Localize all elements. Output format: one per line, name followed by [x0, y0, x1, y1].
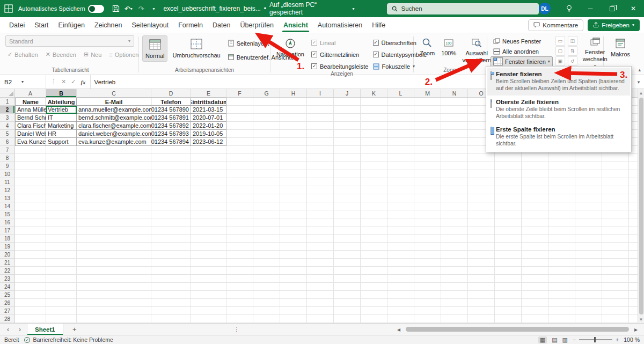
save-status[interactable]: Auf „diesem PC“ gespeichert: [269, 1, 349, 16]
cell-F20[interactable]: [226, 251, 253, 259]
cell-F2[interactable]: [226, 106, 253, 114]
cell-J26[interactable]: [334, 299, 361, 307]
cell-F26[interactable]: [226, 299, 253, 307]
column-header-A[interactable]: A: [15, 89, 46, 97]
row-header-22[interactable]: 22: [0, 267, 15, 275]
cell-S22[interactable]: [575, 267, 602, 275]
cell-L18[interactable]: [387, 235, 414, 243]
cell-G27[interactable]: [253, 307, 280, 315]
cell-B25[interactable]: [46, 291, 77, 299]
cell-D14[interactable]: [151, 202, 191, 210]
split-window-button[interactable]: ▭: [555, 36, 565, 46]
scroll-down-icon[interactable]: ▼: [638, 316, 644, 323]
cell-L11[interactable]: [387, 178, 414, 186]
cell-Q13[interactable]: [522, 194, 548, 202]
cell-S27[interactable]: [575, 307, 602, 315]
cell-K25[interactable]: [361, 291, 387, 299]
navigation-button[interactable]: Navigation: [274, 35, 307, 70]
cell-E20[interactable]: [191, 251, 226, 259]
cell-O26[interactable]: [468, 299, 495, 307]
cell-A6[interactable]: Eva Kunze: [15, 138, 46, 146]
cell-B27[interactable]: [46, 307, 77, 315]
cell-O14[interactable]: [468, 202, 495, 210]
cell-F8[interactable]: [226, 154, 253, 162]
cell-T21[interactable]: [602, 259, 629, 267]
cell-N1[interactable]: [441, 98, 468, 106]
cell-K6[interactable]: [361, 138, 387, 146]
zoom-in-icon[interactable]: +: [616, 336, 619, 343]
cell-H4[interactable]: [280, 122, 307, 130]
cell-H12[interactable]: [280, 186, 307, 194]
fenster-fixieren-button[interactable]: Fenster fixieren▾: [491, 56, 553, 67]
cell-M6[interactable]: [414, 138, 441, 146]
cell-D24[interactable]: [151, 283, 191, 291]
cell-D18[interactable]: [151, 235, 191, 243]
cell-R13[interactable]: [548, 194, 575, 202]
cell-C5[interactable]: daniel.weber@example.com: [77, 130, 151, 138]
cell-T13[interactable]: [602, 194, 629, 202]
cell-S14[interactable]: [575, 202, 602, 210]
cell-F14[interactable]: [226, 202, 253, 210]
cell-E24[interactable]: [191, 283, 226, 291]
tab-start[interactable]: Start: [30, 19, 53, 32]
cell-N8[interactable]: [441, 154, 468, 162]
cell-Q25[interactable]: [522, 291, 548, 299]
cell-B19[interactable]: [46, 243, 77, 251]
save-icon[interactable]: [109, 2, 122, 15]
cell-N3[interactable]: [441, 114, 468, 122]
column-header-J[interactable]: J: [334, 89, 361, 97]
cell-S24[interactable]: [575, 283, 602, 291]
bearbeitungsleiste-checkbox[interactable]: ✓Bearbeitungsleiste: [311, 62, 369, 70]
cell-K22[interactable]: [361, 267, 387, 275]
cell-B22[interactable]: [46, 267, 77, 275]
cell-O18[interactable]: [468, 235, 495, 243]
cell-P18[interactable]: [495, 235, 522, 243]
unhide-window-button[interactable]: ▣: [555, 56, 565, 66]
cell-L13[interactable]: [387, 194, 414, 202]
cell-A20[interactable]: [15, 251, 46, 259]
cell-M20[interactable]: [414, 251, 441, 259]
cell-M5[interactable]: [414, 130, 441, 138]
cell-F9[interactable]: [226, 162, 253, 170]
cell-N15[interactable]: [441, 210, 468, 218]
cell-G15[interactable]: [253, 210, 280, 218]
cell-A22[interactable]: [15, 267, 46, 275]
cell-H27[interactable]: [280, 307, 307, 315]
cell-B3[interactable]: IT: [46, 114, 77, 122]
column-header-H[interactable]: H: [280, 89, 307, 97]
cell-Q17[interactable]: [522, 226, 548, 235]
cell-E21[interactable]: [191, 259, 226, 267]
row-header-28[interactable]: 28: [0, 315, 15, 323]
cell-B7[interactable]: [46, 146, 77, 154]
cell-G17[interactable]: [253, 226, 280, 235]
sheetbar-resize-handle[interactable]: ⋮: [229, 326, 244, 333]
minimize-button[interactable]: ─: [580, 0, 601, 17]
cell-P25[interactable]: [495, 291, 522, 299]
cell-D8[interactable]: [151, 154, 191, 162]
cell-K21[interactable]: [361, 259, 387, 267]
cell-I15[interactable]: [307, 210, 334, 218]
cell-J11[interactable]: [334, 178, 361, 186]
cell-C16[interactable]: [77, 218, 151, 226]
document-title[interactable]: excel_ueberschrift_fixieren_beis...: [163, 5, 260, 12]
cell-I13[interactable]: [307, 194, 334, 202]
cell-P19[interactable]: [495, 243, 522, 251]
cell-G24[interactable]: [253, 283, 280, 291]
search-input[interactable]: Suchen: [387, 3, 539, 14]
cell-O9[interactable]: [468, 162, 495, 170]
cell-R8[interactable]: [548, 154, 575, 162]
optionen-button[interactable]: ≡Optionen: [107, 50, 141, 59]
cell-D25[interactable]: [151, 291, 191, 299]
cell-H14[interactable]: [280, 202, 307, 210]
cell-J27[interactable]: [334, 307, 361, 315]
cell-O15[interactable]: [468, 210, 495, 218]
cell-R12[interactable]: [548, 186, 575, 194]
tab-daten[interactable]: Daten: [208, 19, 235, 32]
cell-C14[interactable]: [77, 202, 151, 210]
cell-F23[interactable]: [226, 275, 253, 283]
row-header-5[interactable]: 5: [0, 130, 15, 138]
cell-N22[interactable]: [441, 267, 468, 275]
cell-Q10[interactable]: [522, 170, 548, 178]
cell-O28[interactable]: [468, 315, 495, 323]
restore-button[interactable]: [601, 0, 623, 17]
